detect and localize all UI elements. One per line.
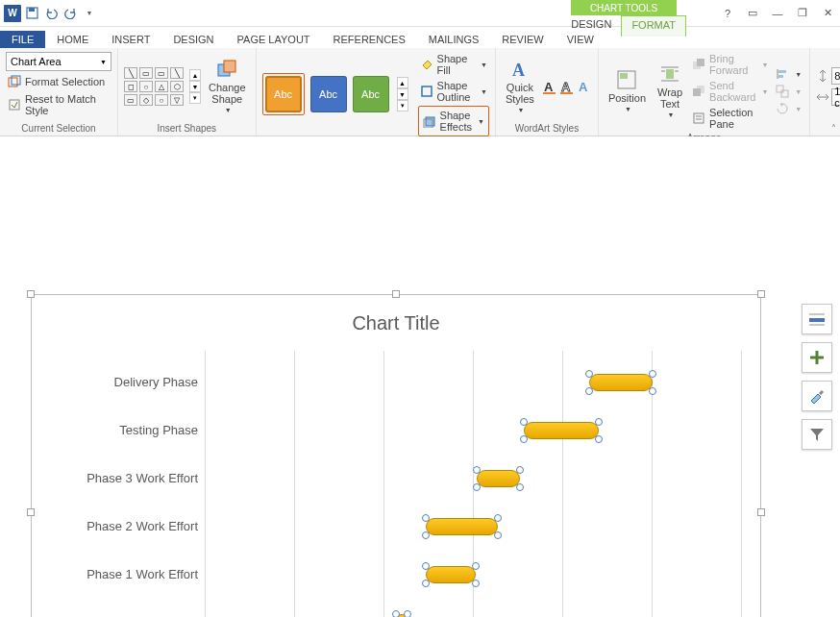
- text-fill-button[interactable]: A: [542, 62, 557, 111]
- word-icon: W: [4, 5, 21, 22]
- group-shape-styles: Abc Abc Abc ▲▼▾ Shape Fill▼ Shape Outlin…: [257, 48, 496, 136]
- svg-rect-6: [224, 61, 235, 72]
- data-bar[interactable]: [426, 566, 476, 583]
- svg-rect-18: [666, 69, 674, 79]
- group-arrange: Position▼ Wrap Text▼ Bring Forward▼ Send…: [599, 48, 810, 136]
- position-button[interactable]: Position▼: [605, 67, 650, 115]
- tab-page-layout[interactable]: PAGE LAYOUT: [226, 31, 322, 48]
- width-icon: [816, 90, 829, 104]
- restore-button[interactable]: ❐: [794, 5, 811, 22]
- chart-element-value: Chart Area: [11, 56, 62, 67]
- title-bar: W ▼ ? ▭ — ❐ ✕: [0, 0, 840, 27]
- svg-rect-14: [560, 92, 573, 94]
- data-bar[interactable]: [524, 422, 599, 439]
- tab-design[interactable]: DESIGN: [161, 31, 225, 48]
- svg-rect-39: [809, 324, 825, 326]
- group-button[interactable]: ▼: [774, 84, 803, 99]
- tab-mailings[interactable]: MAILINGS: [417, 31, 491, 48]
- redo-button[interactable]: [62, 5, 79, 22]
- bring-forward-button[interactable]: Bring Forward▼: [690, 52, 770, 77]
- style-swatch-blue[interactable]: Abc: [310, 76, 347, 112]
- svg-rect-3: [12, 76, 20, 85]
- send-backward-button[interactable]: Send Backward▼: [690, 79, 770, 104]
- chart-styles-button[interactable]: [802, 381, 832, 411]
- svg-rect-27: [694, 113, 704, 123]
- tab-chart-design[interactable]: DESIGN: [561, 15, 621, 37]
- category-label: Testing Phase: [44, 423, 198, 437]
- close-button[interactable]: ✕: [819, 5, 836, 22]
- change-shape-button[interactable]: Change Shape▼: [205, 57, 250, 116]
- style-swatch-green[interactable]: Abc: [353, 76, 389, 112]
- selection-pane-button[interactable]: Selection Pane: [690, 106, 770, 131]
- text-effects-button[interactable]: A: [577, 62, 592, 111]
- svg-rect-1: [29, 8, 35, 12]
- reset-match-style-button[interactable]: Reset to Match Style: [6, 92, 111, 117]
- tab-review[interactable]: REVIEW: [490, 31, 555, 48]
- svg-rect-8: [426, 117, 434, 126]
- svg-rect-33: [777, 86, 783, 92]
- ribbon-display-options[interactable]: ▭: [744, 5, 761, 22]
- category-label: Phase 2 Work Effort: [44, 519, 198, 533]
- tab-home[interactable]: HOME: [45, 31, 100, 48]
- category-label: Phase 3 Work Effort: [44, 471, 198, 485]
- svg-rect-31: [778, 70, 786, 73]
- tab-file[interactable]: FILE: [0, 31, 45, 48]
- svg-text:A: A: [544, 80, 554, 94]
- svg-rect-32: [778, 75, 783, 78]
- chart-object[interactable]: Chart Title Delivery Phase Testing Phase…: [31, 294, 761, 617]
- svg-text:A: A: [512, 61, 525, 80]
- shape-style-gallery[interactable]: Abc Abc Abc ▲▼▾: [262, 73, 408, 115]
- quick-access-toolbar: W ▼: [4, 5, 98, 22]
- category-label: Phase 1 Work Effort: [44, 567, 198, 581]
- ribbon-tabs: FILE HOME INSERT DESIGN PAGE LAYOUT REFE…: [0, 27, 840, 48]
- help-button[interactable]: ?: [719, 5, 736, 22]
- data-bar[interactable]: [589, 374, 653, 391]
- format-selection-button[interactable]: Format Selection: [6, 74, 107, 89]
- style-swatch-orange[interactable]: Abc: [265, 76, 302, 112]
- svg-rect-26: [693, 88, 701, 96]
- text-outline-button[interactable]: A: [559, 62, 575, 111]
- data-bar[interactable]: [477, 470, 520, 487]
- svg-rect-24: [697, 59, 704, 66]
- svg-rect-7: [422, 86, 432, 96]
- chart-elements-button[interactable]: [802, 304, 832, 334]
- shape-effects-button[interactable]: Shape Effects▼: [421, 109, 486, 134]
- align-button[interactable]: ▼: [774, 66, 803, 82]
- shape-outline-button[interactable]: Shape Outline▼: [418, 79, 489, 104]
- qat-customize[interactable]: ▼: [81, 5, 98, 22]
- chart-add-element-button[interactable]: [802, 342, 832, 373]
- shapes-gallery[interactable]: ╲▭▭╲ ◻○△⬡ ▭◇○▽: [124, 67, 184, 106]
- width-input[interactable]: 15.24 cm▲▼: [831, 88, 840, 106]
- svg-text:A: A: [579, 80, 588, 94]
- svg-rect-37: [809, 318, 825, 322]
- data-bar[interactable]: [426, 518, 498, 535]
- save-button[interactable]: [23, 5, 40, 22]
- group-current-selection: Chart Area▼ Format Selection Reset to Ma…: [0, 48, 118, 136]
- collapse-ribbon-button[interactable]: ˄: [831, 123, 836, 134]
- wrap-text-button[interactable]: Wrap Text▼: [654, 62, 686, 121]
- svg-rect-38: [809, 313, 825, 315]
- minimize-button[interactable]: —: [769, 5, 786, 22]
- rotate-button[interactable]: ▼: [774, 101, 803, 116]
- chart-filters-button[interactable]: [802, 419, 832, 450]
- tab-chart-format[interactable]: FORMAT: [621, 15, 686, 37]
- undo-button[interactable]: [42, 5, 60, 22]
- svg-rect-2: [9, 78, 17, 86]
- group-label: Size: [816, 121, 840, 134]
- quick-styles-button[interactable]: AQuick Styles▼: [502, 57, 538, 116]
- group-label: Insert Shapes: [124, 121, 250, 134]
- tab-insert[interactable]: INSERT: [100, 31, 161, 48]
- svg-rect-12: [543, 92, 556, 94]
- group-wordart-styles: AQuick Styles▼ A A A WordArt Styles: [496, 48, 599, 136]
- context-tab-label: CHART TOOLS: [571, 0, 677, 15]
- svg-text:A: A: [561, 80, 571, 94]
- document-canvas[interactable]: Chart Title Delivery Phase Testing Phase…: [0, 136, 840, 617]
- chart-title[interactable]: Chart Title: [32, 295, 760, 344]
- height-input[interactable]: 8.89 cm▲▼: [831, 67, 840, 85]
- shape-fill-button[interactable]: Shape Fill▼: [418, 52, 489, 77]
- ribbon: Chart Area▼ Format Selection Reset to Ma…: [0, 48, 840, 136]
- group-label: WordArt Styles: [502, 121, 592, 134]
- height-icon: [816, 69, 829, 83]
- chart-element-selector[interactable]: Chart Area▼: [6, 52, 111, 71]
- tab-references[interactable]: REFERENCES: [322, 31, 417, 48]
